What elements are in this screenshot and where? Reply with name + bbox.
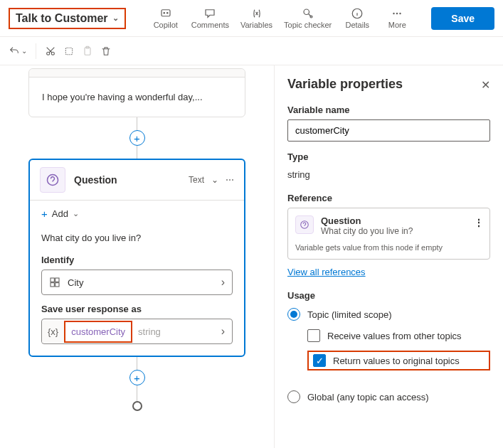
type-label: Type <box>287 151 490 162</box>
variable-select[interactable]: {x} customerCity string › <box>41 319 233 344</box>
reference-subtitle: What city do you live in? <box>321 226 413 236</box>
variables-button[interactable]: Variables <box>240 7 272 29</box>
chevron-right-icon: › <box>214 319 232 343</box>
svg-rect-16 <box>55 278 59 282</box>
ellipsis-icon <box>391 7 403 20</box>
add-condition-button[interactable]: + Add ⌄ <box>30 201 244 227</box>
delete-button[interactable] <box>100 46 112 57</box>
variable-name: customerCity <box>64 321 132 343</box>
usage-topic-radio[interactable]: Topic (limited scope) <box>287 308 490 321</box>
question-prompt[interactable]: What city do you live in? <box>30 227 244 246</box>
usage-label: Usage <box>287 290 490 301</box>
save-response-label: Save user response as <box>41 304 233 314</box>
chevron-down-icon: ⌄ <box>112 14 119 23</box>
svg-point-7 <box>396 13 398 14</box>
authoring-canvas[interactable]: I hope you're having a wonderful day,...… <box>0 65 274 448</box>
svg-point-2 <box>166 13 168 14</box>
svg-rect-17 <box>51 283 54 287</box>
identify-select[interactable]: City › <box>41 270 233 295</box>
copilot-icon <box>159 7 172 20</box>
plus-icon: + <box>41 208 48 220</box>
radio-icon <box>287 308 300 321</box>
message-node-body: I hope you're having a wonderful day,... <box>29 78 245 117</box>
save-button[interactable]: Save <box>431 7 494 30</box>
svg-rect-15 <box>51 278 54 282</box>
svg-point-14 <box>48 175 58 186</box>
radio-icon <box>287 390 300 403</box>
copilot-button[interactable]: Copilot <box>152 7 180 29</box>
identify-label: Identify <box>41 255 233 265</box>
reference-card[interactable]: Question What city do you live in? ⋮ Var… <box>287 208 490 260</box>
paste-icon <box>82 46 93 57</box>
reference-note: Variable gets value from this node if em… <box>295 243 482 252</box>
variables-icon <box>250 7 263 20</box>
svg-point-1 <box>164 13 165 14</box>
question-icon <box>295 215 314 234</box>
message-node[interactable]: I hope you're having a wonderful day,... <box>28 68 245 117</box>
reference-more-button[interactable]: ⋮ <box>474 217 484 228</box>
undo-button[interactable]: ⌄ <box>9 46 27 57</box>
add-node-button[interactable]: + <box>129 130 145 146</box>
chevron-down-icon[interactable]: ⌄ <box>211 175 218 185</box>
svg-point-8 <box>400 13 401 14</box>
variable-name-input[interactable] <box>287 119 490 142</box>
panel-title: Variable properties <box>287 77 490 92</box>
question-node-title: Question <box>74 174 180 186</box>
close-panel-button[interactable]: ✕ <box>481 78 490 92</box>
reference-title: Question <box>321 215 413 226</box>
info-icon <box>351 7 364 20</box>
trash-icon <box>100 46 112 57</box>
variable-properties-panel: ✕ Variable properties Variable name Type… <box>274 65 503 448</box>
question-icon <box>40 167 65 193</box>
variable-name-label: Variable name <box>287 105 490 115</box>
checker-icon <box>302 7 314 20</box>
entity-icon <box>49 277 60 288</box>
checkbox-icon <box>307 329 320 342</box>
topic-checker-button[interactable]: Topic checker <box>284 7 332 29</box>
cut-button[interactable] <box>45 46 56 57</box>
comments-button[interactable]: Comments <box>191 7 229 29</box>
copy-button[interactable] <box>63 46 75 57</box>
question-type-badge: Text <box>189 175 204 185</box>
return-values-checkbox[interactable]: ✓ Return values to original topics <box>307 351 490 370</box>
svg-point-19 <box>301 221 309 229</box>
details-button[interactable]: Details <box>343 7 371 29</box>
question-node[interactable]: Question Text ⌄ ⋯ + Add ⌄ What city do y… <box>28 159 245 357</box>
checkbox-icon: ✓ <box>313 354 326 367</box>
copy-icon <box>63 46 75 57</box>
paste-button[interactable] <box>82 46 93 57</box>
svg-point-6 <box>393 13 395 14</box>
more-icon[interactable]: ⋯ <box>226 175 234 185</box>
undo-icon <box>9 46 20 57</box>
add-node-button[interactable]: + <box>129 370 145 385</box>
svg-rect-11 <box>65 48 72 54</box>
more-button[interactable]: More <box>383 7 411 29</box>
variable-type: string <box>132 322 214 341</box>
view-all-references-link[interactable]: View all references <box>287 267 366 277</box>
chevron-right-icon: › <box>221 276 225 289</box>
svg-point-3 <box>304 9 309 15</box>
comment-icon <box>203 7 216 20</box>
cut-icon <box>45 46 56 57</box>
usage-global-radio[interactable]: Global (any topic can access) <box>287 390 490 403</box>
chevron-down-icon: ⌄ <box>73 209 79 218</box>
topic-name-dropdown[interactable]: Talk to Customer ⌄ <box>9 8 126 29</box>
type-value: string <box>287 166 490 183</box>
end-node-icon <box>132 401 142 411</box>
svg-rect-0 <box>162 10 170 16</box>
reference-label: Reference <box>287 193 490 203</box>
topic-name-text: Talk to Customer <box>16 12 108 25</box>
variable-prefix-icon: {x} <box>42 321 64 343</box>
message-node-header <box>29 69 245 78</box>
receive-values-checkbox[interactable]: Receive values from other topics <box>307 329 490 342</box>
svg-rect-18 <box>55 283 59 287</box>
